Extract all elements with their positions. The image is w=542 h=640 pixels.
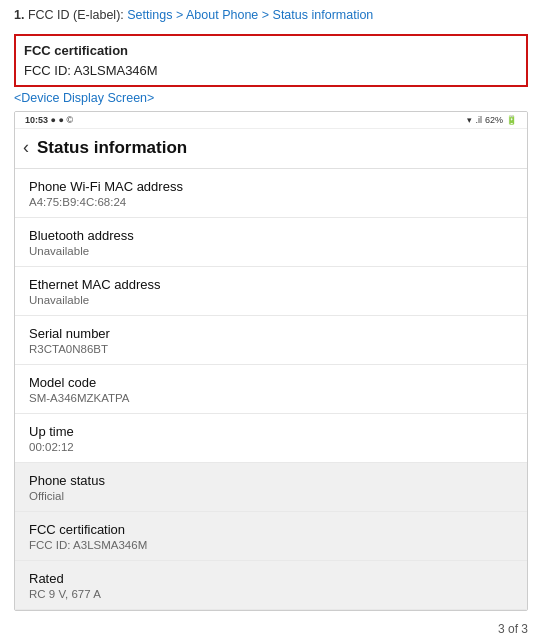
- list-item: Model code SM-A346MZKATPA: [15, 365, 527, 414]
- page-indicator: 3 of 3: [498, 622, 528, 636]
- uptime-value: 00:02:12: [29, 441, 513, 453]
- breadcrumb: 1. FCC ID (E-label): Settings > About Ph…: [0, 0, 542, 28]
- status-time: 10:53 ● ● ©: [25, 115, 73, 125]
- breadcrumb-status-info-link[interactable]: Status information: [273, 8, 374, 22]
- wifi-mac-value: A4:75:B9:4C:68:24: [29, 196, 513, 208]
- fcc-cert-row-label: FCC certification: [29, 522, 513, 537]
- list-item: Bluetooth address Unavailable: [15, 218, 527, 267]
- model-code-value: SM-A346MZKATPA: [29, 392, 513, 404]
- bluetooth-label: Bluetooth address: [29, 228, 513, 243]
- status-icons-left: ● ● ©: [51, 115, 74, 125]
- list-item: Phone status Official: [15, 463, 527, 512]
- back-button[interactable]: ‹: [23, 137, 29, 158]
- device-display-screen-link[interactable]: <Device Display Screen>: [14, 91, 154, 105]
- fcc-cert-title: FCC certification: [24, 41, 518, 61]
- model-code-label: Model code: [29, 375, 513, 390]
- serial-number-value: R3CTA0N86BT: [29, 343, 513, 355]
- info-list: Phone Wi-Fi MAC address A4:75:B9:4C:68:2…: [15, 169, 527, 610]
- rated-label: Rated: [29, 571, 513, 586]
- status-icons-right: ▾.il62%🔋: [467, 115, 517, 125]
- list-item: Phone Wi-Fi MAC address A4:75:B9:4C:68:2…: [15, 169, 527, 218]
- ethernet-mac-label: Ethernet MAC address: [29, 277, 513, 292]
- list-item: Up time 00:02:12: [15, 414, 527, 463]
- rated-value: RC 9 V, 677 A: [29, 588, 513, 600]
- fcc-certification-box: FCC certification FCC ID: A3LSMA346M: [14, 34, 528, 87]
- list-item: FCC certification FCC ID: A3LSMA346M: [15, 512, 527, 561]
- breadcrumb-settings-link[interactable]: Settings: [127, 8, 172, 22]
- list-item: Rated RC 9 V, 677 A: [15, 561, 527, 610]
- phone-status-value: Official: [29, 490, 513, 502]
- footer: 3 of 3: [0, 617, 542, 640]
- breadcrumb-about-phone-link[interactable]: About Phone: [186, 8, 258, 22]
- device-display-link-container: <Device Display Screen>: [14, 91, 528, 105]
- wifi-mac-label: Phone Wi-Fi MAC address: [29, 179, 513, 194]
- screen-header: ‹ Status information: [15, 129, 527, 169]
- screen-title: Status information: [37, 138, 187, 158]
- fcc-cert-row-value: FCC ID: A3LSMA346M: [29, 539, 513, 551]
- uptime-label: Up time: [29, 424, 513, 439]
- status-bar: 10:53 ● ● © ▾.il62%🔋: [15, 112, 527, 129]
- bluetooth-value: Unavailable: [29, 245, 513, 257]
- fcc-cert-id: FCC ID: A3LSMA346M: [24, 61, 518, 81]
- phone-status-label: Phone status: [29, 473, 513, 488]
- serial-number-label: Serial number: [29, 326, 513, 341]
- breadcrumb-label: FCC ID (E-label):: [28, 8, 127, 22]
- step-number: 1.: [14, 8, 24, 22]
- ethernet-mac-value: Unavailable: [29, 294, 513, 306]
- list-item: Ethernet MAC address Unavailable: [15, 267, 527, 316]
- phone-screen-mockup: 10:53 ● ● © ▾.il62%🔋 ‹ Status informatio…: [14, 111, 528, 611]
- list-item: Serial number R3CTA0N86BT: [15, 316, 527, 365]
